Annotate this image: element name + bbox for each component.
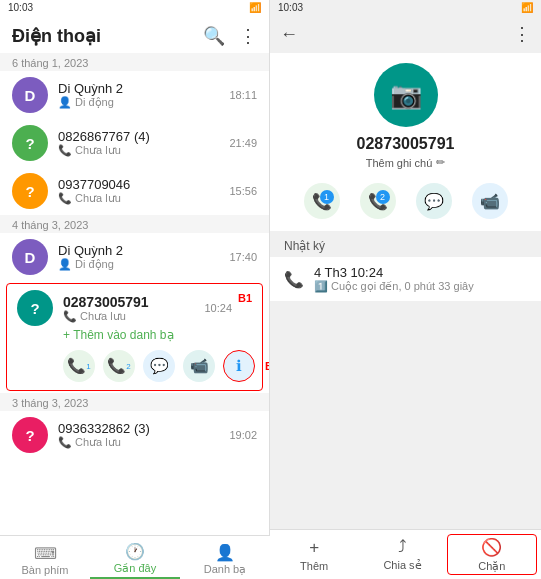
list-item[interactable]: ? 0936332862 (3) 📞 Chưa lưu 19:02: [0, 411, 269, 459]
left-header: Điện thoại 🔍 ⋮: [0, 15, 269, 53]
contacts-icon: 👤: [215, 543, 235, 562]
nav-ban-phim[interactable]: ⌨ Bàn phím: [0, 536, 90, 579]
profile-action-call2[interactable]: 📞 2: [360, 183, 396, 219]
avatar: D: [12, 77, 48, 113]
missed-icon: 📞: [58, 144, 72, 157]
expanded-contact-item[interactable]: ? 02873005791 📞 Chưa lưu B1 10:24 + Thêm…: [6, 283, 263, 391]
call-button-1[interactable]: 📞1: [63, 350, 95, 382]
list-item[interactable]: D Di Quỳnh 2 👤 Di động 17:40: [0, 233, 269, 281]
icon-wrap2: 📞 2: [368, 192, 388, 211]
right-header: ← ⋮: [270, 15, 541, 53]
contact-info: 0937709046 📞 Chưa lưu: [58, 177, 229, 205]
note-label: Thêm ghi chú: [366, 157, 433, 169]
status-bar-left: 10:03 📶: [0, 0, 269, 15]
action-row: 📞1 📞2 💬 📹 ℹ B2: [17, 346, 269, 384]
avatar: ?: [17, 290, 53, 326]
profile-action-call1[interactable]: 📞 1: [304, 183, 340, 219]
add-contact-button[interactable]: + Thêm vào danh bạ: [17, 326, 174, 346]
contact-sub: 📞 Chưa lưu: [58, 144, 229, 157]
nav-chia-se[interactable]: ⤴ Chia sẻ: [358, 530, 446, 579]
b1-label: B1: [238, 292, 252, 304]
back-button[interactable]: ←: [280, 24, 298, 45]
bottom-nav-left: ⌨ Bàn phím 🕐 Gần đây 👤 Danh bạ: [0, 535, 270, 579]
contact-list: 6 tháng 1, 2023 D Di Quỳnh 2 👤 Di động 1…: [0, 53, 269, 579]
nav-chan[interactable]: 🚫 Chặn: [447, 534, 537, 575]
call-button-2[interactable]: 📞2: [103, 350, 135, 382]
sub-icon: 📞: [58, 192, 72, 205]
avatar: ?: [12, 125, 48, 161]
list-item[interactable]: ? 0937709046 📞 Chưa lưu 15:56: [0, 167, 269, 215]
nav-label-ganday: Gần đây: [114, 562, 156, 575]
message-button[interactable]: 💬: [143, 350, 175, 382]
contact-info: Di Quỳnh 2 👤 Di động: [58, 81, 229, 109]
date-header-3: 3 tháng 3, 2023: [0, 393, 269, 411]
nav-gan-day[interactable]: 🕐 Gần đây: [90, 536, 180, 579]
call2-icon: 📞 2: [360, 183, 396, 219]
right-panel: 10:03 📶 ← ⋮ 📷 02873005791 Thêm ghi chú ✏…: [270, 0, 541, 579]
recent-icon: 🕐: [125, 542, 145, 561]
nav-label-chiase: Chia sẻ: [383, 559, 421, 572]
bottom-nav-right: + Thêm ⤴ Chia sẻ 🚫 Chặn: [270, 529, 541, 579]
video-button[interactable]: 📹: [183, 350, 215, 382]
missed-call-icon: 📞: [63, 310, 77, 323]
contact-sub: 📞 Chưa lưu: [58, 192, 229, 205]
camera-icon: 📷: [390, 80, 422, 111]
nav-danh-ba[interactable]: 👤 Danh bạ: [180, 536, 270, 579]
edit-icon[interactable]: ✏: [436, 156, 445, 169]
call2-badge: 2: [376, 190, 390, 204]
left-panel: 10:03 📶 Điện thoại 🔍 ⋮ 6 tháng 1, 2023 D…: [0, 0, 270, 579]
expanded-details: 02873005791 📞 Chưa lưu: [63, 294, 204, 323]
block-icon: 🚫: [481, 537, 502, 558]
info-button[interactable]: ℹ: [223, 350, 255, 382]
profile-section: 📷 02873005791 Thêm ghi chú ✏ 📞 1 📞: [270, 53, 541, 231]
time-right: 10:03: [278, 2, 303, 13]
expanded-row: ? 02873005791 📞 Chưa lưu B1 10:24: [17, 290, 252, 326]
app-title: Điện thoại: [12, 25, 203, 47]
profile-number: 02873005791: [357, 135, 455, 153]
date-header-2: 4 tháng 3, 2023: [0, 215, 269, 233]
time-left: 10:03: [8, 2, 33, 13]
call-date: 4 Th3 10:24: [314, 265, 527, 280]
avatar: ?: [12, 417, 48, 453]
avatar: D: [12, 239, 48, 275]
profile-action-msg[interactable]: 💬: [416, 183, 452, 219]
status-icons-right: 📶: [521, 2, 533, 13]
status-icons-left: 📶: [249, 2, 261, 13]
nav-label-danhba: Danh bạ: [204, 563, 246, 576]
menu-icon[interactable]: ⋮: [239, 25, 257, 47]
video-icon: 📹: [472, 183, 508, 219]
contact-sub: 📞 Chưa lưu: [58, 436, 229, 449]
nav-them[interactable]: + Thêm: [270, 530, 358, 579]
contact-time: 17:40: [229, 251, 257, 263]
call-log-item[interactable]: 📞 4 Th3 10:24 1️⃣ Cuộc gọi đến, 0 phút 3…: [270, 257, 541, 301]
list-item[interactable]: D Di Quỳnh 2 👤 Di động 18:11: [0, 71, 269, 119]
contact-type-icon: 👤: [58, 96, 72, 109]
expanded-time: 10:24: [204, 302, 232, 314]
profile-actions: 📞 1 📞 2 💬 📹: [304, 183, 508, 219]
contact-name: 0826867767 (4): [58, 129, 229, 144]
call-detail: 1️⃣ Cuộc gọi đến, 0 phút 33 giây: [314, 280, 527, 293]
sub-icon: 📞: [58, 436, 72, 449]
contact-name: Di Quỳnh 2: [58, 243, 229, 258]
profile-action-video[interactable]: 📹: [472, 183, 508, 219]
icon-wrap: 📞 1: [312, 192, 332, 211]
right-menu-icon[interactable]: ⋮: [513, 23, 531, 45]
call1-icon: 📞 1: [304, 183, 340, 219]
header-icons: 🔍 ⋮: [203, 25, 257, 47]
search-icon[interactable]: 🔍: [203, 25, 225, 47]
contact-name: 0937709046: [58, 177, 229, 192]
empty-space: [270, 302, 541, 499]
contact-name: Di Quỳnh 2: [58, 81, 229, 96]
profile-note: Thêm ghi chú ✏: [366, 156, 446, 169]
call1-badge: 1: [320, 190, 334, 204]
log-section-header: Nhật ký: [270, 231, 541, 257]
nav-label-chan: Chặn: [478, 560, 505, 573]
contact-sub: 👤 Di động: [58, 96, 229, 109]
nav-label-banphim: Bàn phím: [21, 564, 68, 576]
expanded-number: 02873005791: [63, 294, 204, 310]
contact-time: 21:49: [229, 137, 257, 149]
keyboard-icon: ⌨: [34, 544, 57, 563]
contact-time: 18:11: [229, 89, 257, 101]
share-icon: ⤴: [398, 537, 407, 557]
list-item[interactable]: ? 0826867767 (4) 📞 Chưa lưu 21:49: [0, 119, 269, 167]
